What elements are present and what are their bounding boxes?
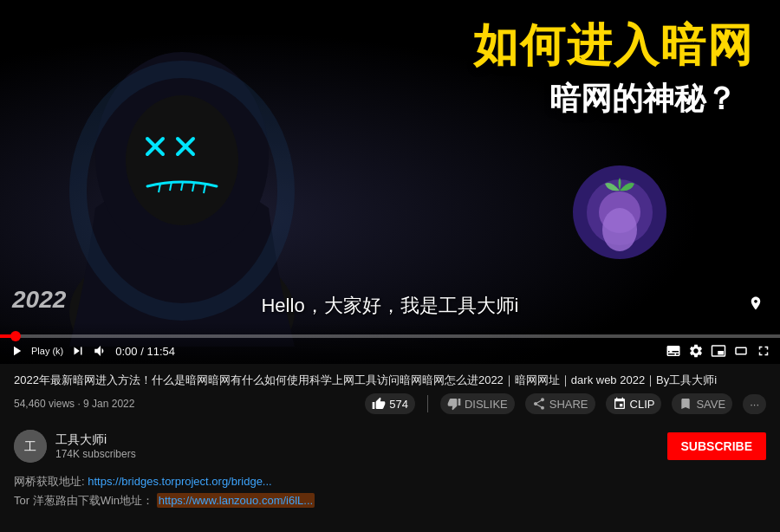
video-title-sub: 暗网的神秘？ <box>549 78 737 120</box>
channel-row: 工 工具大师i 174K subscribers SUBSCRIBE <box>0 421 780 470</box>
progress-bar[interactable] <box>0 334 780 338</box>
desc-line1-link[interactable]: https://bridges.torproject.org/bridge... <box>88 475 271 488</box>
video-info-section: 2022年最新暗网进入方法！什么是暗网暗网有什么如何使用科学上网工具访问暗网暗网… <box>0 364 780 421</box>
action-buttons-group: 574 DISLIKE SHARE CLIP SAVE <box>365 393 766 414</box>
save-label: SAVE <box>696 398 725 411</box>
description-section: 网桥获取地址: https://bridges.torproject.org/b… <box>0 470 780 517</box>
play-button[interactable] <box>9 343 24 359</box>
skip-forward-button[interactable] <box>70 343 86 359</box>
video-controls-bar: Play (k) 0:00 / 11:54 <box>0 322 780 364</box>
video-player[interactable]: 如何进入暗网 暗网的神秘？ 2022 Hello，大家好，我是 <box>0 0 780 364</box>
views-date: 54,460 views · 9 Jan 2022 <box>14 398 134 410</box>
tor-logo <box>572 165 667 260</box>
svg-point-2 <box>126 95 238 225</box>
channel-info: 工 工具大师i 174K subscribers <box>14 430 136 463</box>
progress-dot <box>10 331 21 341</box>
save-button[interactable]: SAVE <box>672 393 732 414</box>
more-label: ··· <box>750 398 759 411</box>
channel-avatar[interactable]: 工 <box>14 430 47 463</box>
time-display: 0:00 / 11:54 <box>115 345 175 358</box>
video-title-main: 如何进入暗网 <box>473 16 754 76</box>
desc-line2-link[interactable]: https://www.lanzouo.com/i6lL... <box>157 493 315 508</box>
play-button-label: Play (k) <box>31 346 63 356</box>
volume-button[interactable] <box>93 343 108 359</box>
desc-line2-label: Tor 洋葱路由下载Win地址： <box>14 494 153 507</box>
clip-label: CLIP <box>630 398 655 411</box>
svg-point-16 <box>602 208 637 251</box>
like-button[interactable]: 574 <box>365 393 415 414</box>
theater-mode-button[interactable] <box>733 343 749 359</box>
share-button[interactable]: SHARE <box>525 393 595 414</box>
channel-subscribers: 174K subscribers <box>55 448 136 460</box>
dislike-button[interactable]: DISLIKE <box>440 393 515 414</box>
miniplayer-button[interactable] <box>711 343 726 359</box>
share-label: SHARE <box>549 398 588 411</box>
desc-line-1: 网桥获取地址: https://bridges.torproject.org/b… <box>14 473 766 490</box>
like-count: 574 <box>389 398 408 411</box>
dislike-label: DISLIKE <box>465 398 508 411</box>
more-button[interactable]: ··· <box>743 394 766 414</box>
svg-text:工: 工 <box>24 439 36 453</box>
subtitle-text: Hello，大家好，我是工具大师i <box>0 289 780 322</box>
clip-button[interactable]: CLIP <box>606 393 662 414</box>
desc-line-2: Tor 洋葱路由下载Win地址： https://www.lanzouo.com… <box>14 492 766 509</box>
video-full-title: 2022年最新暗网进入方法！什么是暗网暗网有什么如何使用科学上网工具访问暗网暗网… <box>14 373 766 388</box>
fullscreen-button[interactable] <box>756 343 771 359</box>
channel-name[interactable]: 工具大师i <box>55 432 136 448</box>
subscribe-button[interactable]: SUBSCRIBE <box>667 432 766 460</box>
desc-line1-label: 网桥获取地址: <box>14 475 85 488</box>
settings-button[interactable] <box>688 343 704 359</box>
subtitles-button[interactable] <box>666 343 681 359</box>
